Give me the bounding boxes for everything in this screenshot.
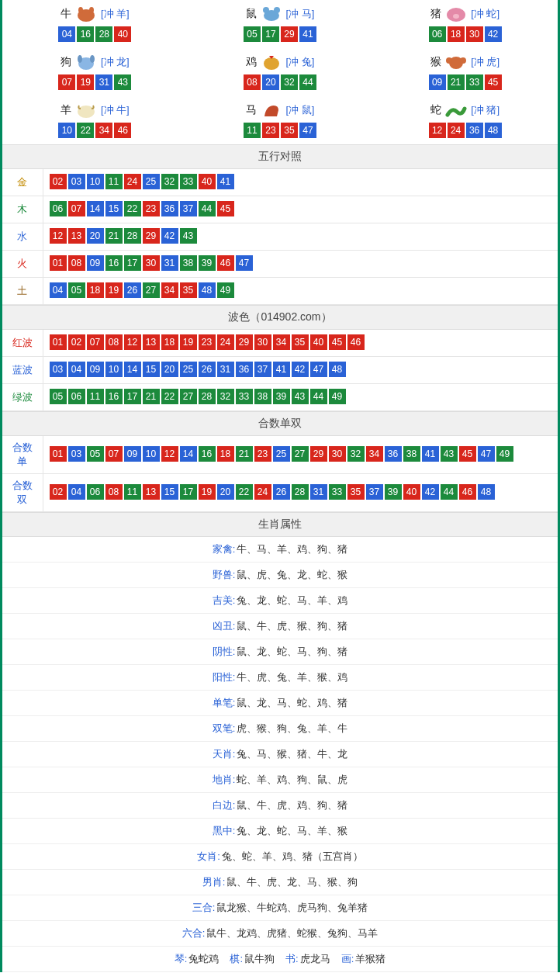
number-ball: 07 [87, 334, 104, 350]
attr-label: 书: [285, 952, 299, 966]
row-label: 土 [2, 278, 43, 305]
attr-row: 男肖: 鼠、牛、虎、龙、马、猴、狗 [2, 870, 558, 895]
row-label: 水 [2, 223, 43, 251]
number-ball: 36 [385, 446, 402, 462]
attr-label: 三合: [192, 901, 216, 915]
number-ball: 31 [95, 74, 112, 90]
number-ball: 20 [87, 228, 104, 244]
number-ball: 38 [180, 255, 197, 271]
number-ball: 44 [199, 201, 216, 216]
number-ball: 15 [143, 362, 160, 377]
number-ball: 31 [310, 484, 327, 500]
number-ball: 29 [236, 334, 253, 350]
zodiac-chong: [冲 龙] [101, 55, 130, 69]
number-ball: 07 [105, 446, 123, 462]
number-ball: 43 [441, 446, 458, 462]
number-ball: 27 [143, 282, 160, 298]
zodiac-cell: 马[冲 鼠]11233547 [188, 96, 373, 144]
number-ball: 09 [124, 446, 141, 462]
attr-row: 吉美: 兔、龙、蛇、马、羊、鸡 [2, 588, 558, 614]
zodiac-cell: 猪[冲 蛇]06183042 [372, 0, 558, 48]
number-ball: 03 [50, 362, 67, 377]
number-ball: 46 [347, 334, 365, 350]
number-ball: 22 [161, 389, 178, 404]
number-ball: 02 [50, 174, 67, 189]
number-ball: 05 [87, 446, 104, 462]
attr-label: 凶丑: [213, 619, 236, 633]
attr-row: 单笔: 鼠、龙、马、蛇、鸡、猪 [2, 691, 558, 716]
number-ball: 14 [87, 201, 104, 216]
number-ball: 11 [244, 123, 261, 138]
row-label: 木 [2, 196, 43, 223]
number-ball: 18 [448, 26, 465, 42]
number-ball: 19 [199, 484, 216, 500]
attr-label: 女肖: [197, 850, 220, 864]
number-ball: 16 [199, 446, 216, 462]
attrs-list: 家禽: 牛、马、羊、鸡、狗、猪野兽: 鼠、虎、兔、龙、蛇、猴吉美: 兔、龙、蛇、… [2, 537, 558, 972]
number-ball: 46 [114, 123, 131, 138]
number-ball: 46 [217, 255, 234, 271]
zodiac-chong: [冲 羊] [101, 7, 130, 21]
number-ball: 06 [87, 484, 104, 500]
number-ball: 47 [236, 255, 253, 271]
table-row: 水1213202128294243 [2, 223, 558, 251]
attr-row: 三合: 鼠龙猴、牛蛇鸡、虎马狗、兔羊猪 [2, 895, 558, 921]
attr-label: 地肖: [213, 773, 236, 787]
zodiac-chong: [冲 虎] [471, 55, 500, 69]
table-row: 合数双0204060811131517192022242628313335373… [2, 474, 558, 512]
attr-row: 凶丑: 鼠、牛、虎、猴、狗、猪 [2, 614, 558, 639]
number-ball: 30 [466, 26, 483, 42]
zodiac-icon [443, 53, 469, 71]
zodiac-cell: 狗[冲 龙]07193143 [2, 48, 188, 96]
row-label: 火 [2, 251, 43, 278]
number-ball: 04 [58, 26, 75, 42]
row-balls: 0108091617303138394647 [43, 251, 558, 278]
number-ball: 20 [217, 484, 234, 500]
zodiac-cell: 羊[冲 牛]10223446 [2, 96, 188, 144]
number-ball: 28 [95, 26, 112, 42]
number-ball: 29 [281, 26, 298, 42]
zodiac-cell: 牛[冲 羊]04162840 [2, 0, 188, 48]
number-ball: 24 [448, 123, 465, 138]
number-ball: 40 [403, 484, 420, 500]
attr-row: 黑中: 兔、龙、蛇、马、羊、猴 [2, 819, 558, 844]
attr-label: 天肖: [213, 747, 236, 761]
svg-point-4 [263, 7, 269, 13]
number-ball: 39 [199, 255, 216, 271]
number-ball: 47 [478, 446, 495, 462]
svg-point-7 [453, 14, 459, 19]
row-label: 金 [2, 169, 43, 196]
number-ball: 35 [281, 123, 298, 138]
number-ball: 28 [292, 484, 309, 500]
number-ball: 25 [143, 174, 160, 189]
number-ball: 11 [105, 174, 123, 189]
number-ball: 21 [236, 446, 253, 462]
number-ball: 06 [50, 201, 67, 216]
number-ball: 24 [217, 334, 234, 350]
number-ball: 28 [199, 389, 216, 404]
number-ball: 30 [143, 255, 160, 271]
number-ball: 21 [105, 228, 123, 244]
number-ball: 15 [161, 484, 178, 500]
table-row: 蓝波03040910141520252631363741424748 [2, 357, 558, 384]
number-ball: 26 [273, 484, 290, 500]
number-ball: 48 [329, 362, 346, 377]
attr-label: 黑中: [213, 824, 236, 838]
table-row: 木06071415222336374445 [2, 196, 558, 223]
svg-point-1 [78, 7, 83, 13]
number-ball: 18 [87, 282, 104, 298]
number-ball: 19 [77, 74, 94, 90]
number-ball: 08 [105, 334, 123, 350]
attr-value: 蛇、羊、鸡、狗、鼠、虎 [237, 773, 347, 787]
attr-value: 兔、马、猴、猪、牛、龙 [237, 747, 347, 761]
zodiac-name: 猪 [430, 7, 441, 21]
number-ball: 47 [310, 362, 327, 377]
number-ball: 33 [466, 74, 483, 90]
svg-point-2 [89, 7, 94, 13]
number-ball: 05 [244, 26, 261, 42]
attr-label: 琴: [175, 952, 188, 966]
number-ball: 04 [50, 282, 67, 298]
number-ball: 23 [254, 446, 271, 462]
row-balls: 04051819262734354849 [43, 278, 558, 305]
attr-value: 牛、马、羊、鸡、狗、猪 [237, 542, 347, 556]
